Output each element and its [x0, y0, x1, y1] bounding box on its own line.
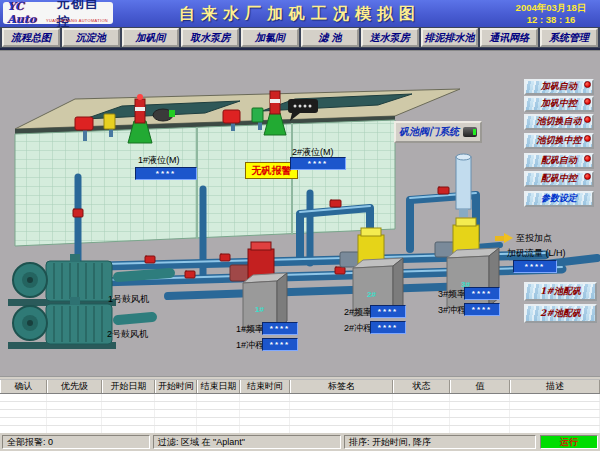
- valve-system-button[interactable]: 矾池阀门系统: [394, 121, 482, 143]
- blower-1: [8, 254, 116, 306]
- btn-label: 参数设定: [541, 193, 577, 203]
- menu-item-communication-network[interactable]: 通讯网络: [480, 28, 538, 47]
- display-level-1: ****: [135, 167, 197, 180]
- menu-item-sludge-drain-pool[interactable]: 排泥排水池: [421, 28, 479, 47]
- btn-label: 池切换自动: [537, 116, 582, 126]
- col-header-value[interactable]: 值: [450, 380, 510, 393]
- time-text: 12 : 38 : 16: [505, 14, 597, 26]
- process-canvas: 1# 2# 3#: [0, 50, 600, 376]
- btn-label: 加矾中控: [541, 98, 577, 108]
- status-indicator-icon: [584, 98, 591, 105]
- valve-system-label: 矾池阀门系统: [399, 125, 459, 139]
- col-header-end-date[interactable]: 结束日期: [197, 380, 240, 393]
- flow-label: 加矾流量 (L/H): [507, 247, 566, 260]
- pump1-freq-label: 1#频率: [236, 323, 264, 336]
- col-header-tag-name[interactable]: 标签名: [290, 380, 393, 393]
- status-indicator-icon: [584, 135, 591, 142]
- btn-pool-switch-central[interactable]: 池切换中控: [524, 133, 594, 149]
- date-text: 2004年03月18日: [505, 2, 597, 14]
- logo-subtitle: YUANCHUANG AUTOMATION: [46, 18, 108, 23]
- btn-alum-central[interactable]: 加矾中控: [524, 96, 594, 112]
- display-pump1-freq: ****: [262, 322, 298, 335]
- col-header-start-date[interactable]: 开始日期: [102, 380, 155, 393]
- status-total-alarms: 全部报警: 0: [2, 435, 150, 449]
- table-row: [0, 410, 600, 418]
- col-header-priority[interactable]: 优先级: [47, 380, 102, 393]
- menu-item-flow-overview[interactable]: 流程总图: [2, 28, 60, 47]
- display-flow: ****: [513, 260, 557, 273]
- status-run-state: 运行: [540, 435, 598, 449]
- process-diagram: 1# 2# 3#: [0, 51, 600, 377]
- btn-pool2-mix[interactable]: 2#池配矾: [524, 304, 597, 323]
- btn-alum-mix-central[interactable]: 配矾中控: [524, 171, 594, 187]
- btn-label: 加矾自动: [541, 81, 577, 91]
- menu-item-intake-pump-house[interactable]: 取水泵房: [181, 28, 239, 47]
- btn-alum-auto[interactable]: 加矾自动: [524, 79, 594, 95]
- status-indicator-icon: [584, 116, 591, 123]
- flow-direction-arrow-icon: [495, 233, 514, 244]
- pump3-stroke-label: 3#冲程: [438, 304, 466, 317]
- status-indicator-icon: [584, 173, 591, 180]
- btn-label: 配矾自动: [541, 155, 577, 165]
- dosing-column: [456, 154, 471, 217]
- level-1-label: 1#液位(M): [138, 154, 180, 167]
- main-menu-bar: 流程总图 沉淀池 加矾间 取水泵房 加氯间 滤 池 送水泵房 排泥排水池 通讯网…: [0, 27, 600, 50]
- col-header-ack[interactable]: 确认: [0, 380, 47, 393]
- menu-item-sedimentation-pool[interactable]: 沉淀池: [62, 28, 120, 47]
- menu-item-supply-pump-house[interactable]: 送水泵房: [361, 28, 419, 47]
- btn-param-setting[interactable]: 参数设定: [524, 191, 594, 207]
- blower-2-label: 2号鼓风机: [107, 328, 148, 341]
- status-bar: 全部报警: 0 过滤: 区域 在 "Aplant" 排序: 开始时间, 降序 运…: [0, 433, 600, 451]
- menu-item-alum-dosing-room[interactable]: 加矾间: [122, 28, 180, 47]
- valve-red-2-icon: [223, 110, 240, 123]
- pump-2-tag: 2#: [367, 290, 376, 299]
- btn-label: 2#池配矾: [540, 308, 581, 318]
- pump2-stroke-label: 2#冲程: [344, 322, 372, 335]
- valve-device-icon: [463, 127, 477, 137]
- header-bar: YC Auto 元创自控 YUANCHUANG AUTOMATION 自来水厂加…: [0, 0, 600, 27]
- pump3-freq-label: 3#频率: [438, 288, 466, 301]
- display-pump3-freq: ****: [464, 287, 500, 300]
- btn-pool1-mix[interactable]: 1#池配矾: [524, 282, 597, 301]
- valve-red-icon: [75, 117, 93, 130]
- valve-green-icon: [252, 108, 263, 122]
- blower-1-label: 1号鼓风机: [108, 293, 149, 306]
- display-pump2-freq: ****: [370, 305, 406, 318]
- dosing-point-label: 至投加点: [516, 232, 552, 245]
- dosing-pump-1: 1#: [230, 242, 287, 331]
- display-pump2-stroke: ****: [370, 321, 406, 334]
- status-filter: 过滤: 区域 在 "Aplant": [153, 435, 341, 449]
- alarm-table-header: 确认 优先级 开始日期 开始时间 结束日期 结束时间 标签名 状态 值 描述: [0, 380, 600, 394]
- btn-alum-mix-auto[interactable]: 配矾自动: [524, 153, 594, 169]
- menu-item-system-management[interactable]: 系统管理: [540, 28, 598, 47]
- col-header-status[interactable]: 状态: [393, 380, 450, 393]
- display-level-2: ****: [290, 157, 346, 170]
- alarm-table: 确认 优先级 开始日期 开始时间 结束日期 结束时间 标签名 状态 值 描述: [0, 376, 600, 433]
- status-indicator-icon: [584, 155, 591, 162]
- status-sort: 排序: 开始时间, 降序: [344, 435, 536, 449]
- table-row: [0, 402, 600, 410]
- col-header-end-time[interactable]: 结束时间: [240, 380, 290, 393]
- display-pump3-stroke: ****: [464, 303, 500, 316]
- pump-1-tag: 1#: [255, 305, 264, 314]
- page-title: 自来水厂加矾工况模拟图: [120, 4, 480, 25]
- btn-label: 1#池配矾: [540, 286, 581, 296]
- pump2-freq-label: 2#频率: [344, 306, 372, 319]
- display-pump1-stroke: ****: [262, 338, 298, 351]
- menu-item-chlorination-room[interactable]: 加氯间: [241, 28, 299, 47]
- pump1-stroke-label: 1#冲程: [236, 339, 264, 352]
- table-row: [0, 394, 600, 402]
- valve-yellow-icon: [104, 114, 115, 129]
- status-indicator-icon: [584, 81, 591, 88]
- btn-label: 池切换中控: [537, 135, 582, 145]
- table-row: [0, 418, 600, 426]
- btn-label: 配矾中控: [541, 173, 577, 183]
- menu-item-filter-pool[interactable]: 滤 池: [301, 28, 359, 47]
- btn-pool-switch-auto[interactable]: 池切换自动: [524, 114, 594, 130]
- datetime-display: 2004年03月18日 12 : 38 : 16: [505, 2, 597, 26]
- col-header-description[interactable]: 描述: [510, 380, 600, 393]
- col-header-start-time[interactable]: 开始时间: [155, 380, 197, 393]
- hmi-screen: YC Auto 元创自控 YUANCHUANG AUTOMATION 自来水厂加…: [0, 0, 600, 451]
- company-logo: YC Auto 元创自控 YUANCHUANG AUTOMATION: [3, 2, 113, 24]
